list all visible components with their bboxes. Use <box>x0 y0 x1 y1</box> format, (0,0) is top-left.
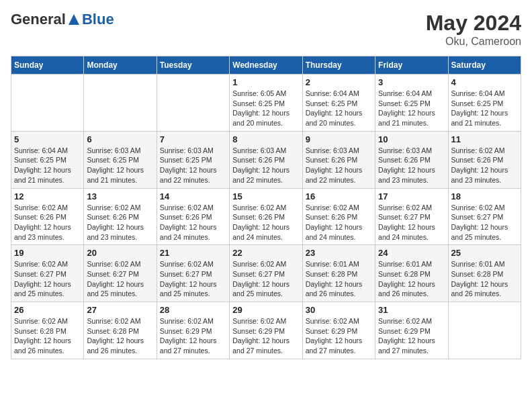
day-number: 23 <box>306 248 372 258</box>
weekday-header: Wednesday <box>230 56 302 75</box>
day-info: Sunrise: 6:02 AMSunset: 6:27 PMDaylight:… <box>160 259 226 299</box>
calendar-cell: 4Sunrise: 6:04 AMSunset: 6:25 PMDaylight… <box>448 75 521 132</box>
day-number: 13 <box>87 191 153 201</box>
day-info: Sunrise: 6:01 AMSunset: 6:28 PMDaylight:… <box>306 259 372 299</box>
day-number: 3 <box>378 77 445 87</box>
calendar-cell: 9Sunrise: 6:03 AMSunset: 6:26 PMDaylight… <box>302 131 375 188</box>
calendar-cell: 29Sunrise: 6:02 AMSunset: 6:29 PMDayligh… <box>230 302 302 359</box>
calendar-cell: 8Sunrise: 6:03 AMSunset: 6:26 PMDaylight… <box>230 131 302 188</box>
weekday-header: Sunday <box>11 56 84 75</box>
day-number: 11 <box>451 134 518 144</box>
day-info: Sunrise: 6:02 AMSunset: 6:27 PMDaylight:… <box>232 259 299 299</box>
day-info: Sunrise: 6:04 AMSunset: 6:25 PMDaylight:… <box>378 89 445 128</box>
weekday-header: Tuesday <box>157 56 229 75</box>
day-number: 27 <box>87 305 153 315</box>
day-number: 21 <box>160 248 226 258</box>
calendar-cell: 19Sunrise: 6:02 AMSunset: 6:27 PMDayligh… <box>11 245 84 302</box>
calendar-cell: 7Sunrise: 6:03 AMSunset: 6:25 PMDaylight… <box>157 131 229 188</box>
calendar-cell <box>84 75 157 132</box>
day-info: Sunrise: 6:03 AMSunset: 6:25 PMDaylight:… <box>87 146 153 185</box>
calendar-week-row: 19Sunrise: 6:02 AMSunset: 6:27 PMDayligh… <box>11 245 521 302</box>
day-number: 29 <box>232 305 299 315</box>
day-info: Sunrise: 6:02 AMSunset: 6:26 PMDaylight:… <box>160 203 226 242</box>
day-number: 30 <box>306 305 372 315</box>
day-number: 16 <box>306 191 372 201</box>
calendar-cell: 18Sunrise: 6:02 AMSunset: 6:27 PMDayligh… <box>448 188 521 245</box>
calendar-cell: 3Sunrise: 6:04 AMSunset: 6:25 PMDaylight… <box>375 75 448 132</box>
calendar-cell: 28Sunrise: 6:02 AMSunset: 6:29 PMDayligh… <box>157 302 229 359</box>
weekday-header-row: SundayMondayTuesdayWednesdayThursdayFrid… <box>11 56 521 75</box>
calendar-week-row: 1Sunrise: 6:05 AMSunset: 6:25 PMDaylight… <box>11 75 521 132</box>
day-number: 4 <box>451 77 518 87</box>
logo-icon <box>67 13 81 26</box>
calendar-cell: 30Sunrise: 6:02 AMSunset: 6:29 PMDayligh… <box>302 302 375 359</box>
day-number: 25 <box>451 248 518 258</box>
calendar-cell: 14Sunrise: 6:02 AMSunset: 6:26 PMDayligh… <box>157 188 229 245</box>
day-number: 10 <box>378 134 445 144</box>
day-number: 9 <box>306 134 372 144</box>
day-number: 19 <box>14 248 81 258</box>
day-number: 2 <box>306 77 372 87</box>
day-info: Sunrise: 6:02 AMSunset: 6:28 PMDaylight:… <box>14 316 81 356</box>
day-number: 7 <box>160 134 226 144</box>
calendar-cell: 22Sunrise: 6:02 AMSunset: 6:27 PMDayligh… <box>230 245 302 302</box>
day-info: Sunrise: 6:01 AMSunset: 6:28 PMDaylight:… <box>378 259 445 299</box>
calendar-week-row: 26Sunrise: 6:02 AMSunset: 6:28 PMDayligh… <box>11 302 521 359</box>
day-number: 28 <box>160 305 226 315</box>
day-number: 8 <box>232 134 299 144</box>
day-info: Sunrise: 6:03 AMSunset: 6:25 PMDaylight:… <box>160 146 226 185</box>
day-info: Sunrise: 6:02 AMSunset: 6:29 PMDaylight:… <box>232 316 299 356</box>
day-info: Sunrise: 6:02 AMSunset: 6:26 PMDaylight:… <box>451 146 518 185</box>
day-info: Sunrise: 6:04 AMSunset: 6:25 PMDaylight:… <box>451 89 518 128</box>
calendar-cell: 21Sunrise: 6:02 AMSunset: 6:27 PMDayligh… <box>157 245 229 302</box>
logo: General Blue <box>11 11 114 28</box>
calendar-cell: 31Sunrise: 6:02 AMSunset: 6:29 PMDayligh… <box>375 302 448 359</box>
weekday-header: Friday <box>375 56 448 75</box>
day-number: 24 <box>378 248 445 258</box>
calendar-cell: 10Sunrise: 6:03 AMSunset: 6:26 PMDayligh… <box>375 131 448 188</box>
day-info: Sunrise: 6:02 AMSunset: 6:26 PMDaylight:… <box>306 203 372 242</box>
location: Oku, Cameroon <box>426 36 521 48</box>
day-info: Sunrise: 6:04 AMSunset: 6:25 PMDaylight:… <box>14 146 81 185</box>
calendar-cell: 26Sunrise: 6:02 AMSunset: 6:28 PMDayligh… <box>11 302 84 359</box>
day-info: Sunrise: 6:02 AMSunset: 6:28 PMDaylight:… <box>87 316 153 356</box>
day-info: Sunrise: 6:03 AMSunset: 6:26 PMDaylight:… <box>306 146 372 185</box>
day-info: Sunrise: 6:02 AMSunset: 6:27 PMDaylight:… <box>451 203 518 242</box>
day-number: 14 <box>160 191 226 201</box>
calendar-cell: 23Sunrise: 6:01 AMSunset: 6:28 PMDayligh… <box>302 245 375 302</box>
calendar-cell <box>157 75 229 132</box>
day-number: 18 <box>451 191 518 201</box>
calendar-cell <box>11 75 84 132</box>
calendar-cell: 15Sunrise: 6:02 AMSunset: 6:26 PMDayligh… <box>230 188 302 245</box>
day-number: 15 <box>232 191 299 201</box>
day-info: Sunrise: 6:03 AMSunset: 6:26 PMDaylight:… <box>378 146 445 185</box>
logo-blue: Blue <box>82 11 114 28</box>
calendar-cell: 2Sunrise: 6:04 AMSunset: 6:25 PMDaylight… <box>302 75 375 132</box>
day-number: 20 <box>87 248 153 258</box>
day-number: 5 <box>14 134 81 144</box>
day-info: Sunrise: 6:02 AMSunset: 6:26 PMDaylight:… <box>232 203 299 242</box>
weekday-header: Monday <box>84 56 157 75</box>
day-number: 1 <box>232 77 299 87</box>
calendar-cell: 11Sunrise: 6:02 AMSunset: 6:26 PMDayligh… <box>448 131 521 188</box>
day-number: 12 <box>14 191 81 201</box>
calendar-cell: 13Sunrise: 6:02 AMSunset: 6:26 PMDayligh… <box>84 188 157 245</box>
calendar-cell: 12Sunrise: 6:02 AMSunset: 6:26 PMDayligh… <box>11 188 84 245</box>
day-info: Sunrise: 6:02 AMSunset: 6:27 PMDaylight:… <box>14 259 81 299</box>
page-header: General Blue May 2024 Oku, Cameroon <box>11 11 521 48</box>
calendar-cell: 5Sunrise: 6:04 AMSunset: 6:25 PMDaylight… <box>11 131 84 188</box>
day-info: Sunrise: 6:02 AMSunset: 6:27 PMDaylight:… <box>87 259 153 299</box>
day-info: Sunrise: 6:02 AMSunset: 6:26 PMDaylight:… <box>87 203 153 242</box>
calendar-cell: 16Sunrise: 6:02 AMSunset: 6:26 PMDayligh… <box>302 188 375 245</box>
weekday-header: Saturday <box>448 56 521 75</box>
day-number: 26 <box>14 305 81 315</box>
weekday-header: Thursday <box>302 56 375 75</box>
calendar-cell: 17Sunrise: 6:02 AMSunset: 6:27 PMDayligh… <box>375 188 448 245</box>
calendar-cell <box>448 302 521 359</box>
day-number: 22 <box>232 248 299 258</box>
day-number: 31 <box>378 305 445 315</box>
calendar-cell: 20Sunrise: 6:02 AMSunset: 6:27 PMDayligh… <box>84 245 157 302</box>
calendar-cell: 24Sunrise: 6:01 AMSunset: 6:28 PMDayligh… <box>375 245 448 302</box>
day-info: Sunrise: 6:02 AMSunset: 6:26 PMDaylight:… <box>14 203 81 242</box>
day-info: Sunrise: 6:02 AMSunset: 6:29 PMDaylight:… <box>306 316 372 356</box>
